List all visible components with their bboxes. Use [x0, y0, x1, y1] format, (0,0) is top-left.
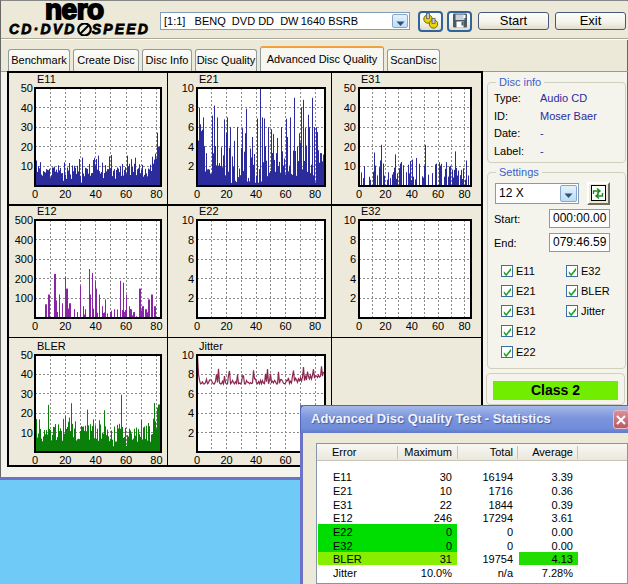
svg-text:40: 40 — [406, 188, 418, 200]
svg-text:4: 4 — [188, 141, 194, 153]
svg-text:E11: E11 — [37, 73, 56, 85]
svg-text:0: 0 — [194, 188, 200, 200]
svg-text:200: 200 — [15, 273, 33, 285]
svg-text:4: 4 — [188, 273, 194, 285]
svg-text:20: 20 — [21, 141, 33, 153]
svg-text:10: 10 — [182, 214, 194, 226]
svg-text:8: 8 — [188, 368, 194, 380]
svg-text:400: 400 — [15, 234, 33, 246]
svg-text:4: 4 — [188, 407, 194, 419]
svg-text:20: 20 — [220, 188, 232, 200]
svg-text:4: 4 — [350, 273, 356, 285]
svg-text:2: 2 — [350, 292, 356, 304]
svg-text:6: 6 — [188, 253, 194, 265]
svg-text:E31: E31 — [361, 73, 381, 85]
svg-text:20: 20 — [59, 454, 71, 466]
svg-text:0: 0 — [32, 454, 38, 466]
svg-text:8: 8 — [350, 234, 356, 246]
svg-text:0: 0 — [32, 188, 38, 200]
svg-text:80: 80 — [309, 188, 321, 200]
svg-text:10: 10 — [21, 427, 33, 439]
svg-text:40: 40 — [21, 368, 33, 380]
svg-text:100: 100 — [15, 292, 33, 304]
svg-text:10: 10 — [344, 160, 356, 172]
svg-text:40: 40 — [90, 320, 102, 332]
svg-text:30: 30 — [21, 388, 33, 400]
svg-text:60: 60 — [279, 320, 291, 332]
svg-text:6: 6 — [350, 253, 356, 265]
svg-text:20: 20 — [379, 188, 391, 200]
svg-text:80: 80 — [150, 454, 162, 466]
svg-text:80: 80 — [458, 320, 470, 332]
svg-text:0: 0 — [32, 320, 38, 332]
svg-text:40: 40 — [344, 102, 356, 114]
svg-text:0: 0 — [356, 320, 362, 332]
svg-text:20: 20 — [59, 188, 71, 200]
svg-text:E32: E32 — [361, 205, 381, 217]
svg-text:0: 0 — [194, 320, 200, 332]
svg-text:20: 20 — [344, 141, 356, 153]
svg-text:0: 0 — [356, 188, 362, 200]
svg-text:2: 2 — [188, 427, 194, 439]
svg-text:20: 20 — [379, 320, 391, 332]
svg-text:30: 30 — [344, 121, 356, 133]
svg-text:40: 40 — [90, 188, 102, 200]
svg-text:80: 80 — [150, 320, 162, 332]
svg-text:40: 40 — [21, 102, 33, 114]
svg-text:60: 60 — [279, 454, 291, 466]
svg-text:40: 40 — [250, 454, 262, 466]
svg-text:40: 40 — [250, 188, 262, 200]
svg-text:BLER: BLER — [37, 340, 66, 352]
svg-text:60: 60 — [120, 320, 132, 332]
svg-text:500: 500 — [15, 214, 33, 226]
svg-text:8: 8 — [188, 102, 194, 114]
svg-text:80: 80 — [150, 188, 162, 200]
svg-text:40: 40 — [90, 454, 102, 466]
svg-text:0: 0 — [194, 454, 200, 466]
svg-text:2: 2 — [188, 160, 194, 172]
svg-text:6: 6 — [188, 121, 194, 133]
svg-text:8: 8 — [188, 234, 194, 246]
svg-text:80: 80 — [309, 320, 321, 332]
svg-text:40: 40 — [250, 320, 262, 332]
svg-text:E12: E12 — [37, 205, 57, 217]
svg-text:10: 10 — [182, 82, 194, 94]
svg-text:20: 20 — [220, 454, 232, 466]
svg-text:10: 10 — [21, 160, 33, 172]
svg-text:2: 2 — [188, 292, 194, 304]
svg-text:60: 60 — [432, 320, 444, 332]
svg-text:10: 10 — [344, 214, 356, 226]
svg-text:30: 30 — [21, 121, 33, 133]
svg-text:40: 40 — [406, 320, 418, 332]
svg-text:E21: E21 — [199, 73, 219, 85]
svg-text:20: 20 — [21, 407, 33, 419]
svg-text:60: 60 — [120, 188, 132, 200]
svg-text:60: 60 — [120, 454, 132, 466]
svg-text:60: 60 — [279, 188, 291, 200]
svg-text:20: 20 — [59, 320, 71, 332]
svg-text:50: 50 — [21, 82, 33, 94]
svg-text:20: 20 — [220, 320, 232, 332]
svg-text:300: 300 — [15, 253, 33, 265]
svg-text:E22: E22 — [199, 205, 219, 217]
svg-text:6: 6 — [188, 388, 194, 400]
svg-text:50: 50 — [21, 349, 33, 361]
svg-text:80: 80 — [458, 188, 470, 200]
svg-text:10: 10 — [182, 349, 194, 361]
svg-text:60: 60 — [432, 188, 444, 200]
svg-text:50: 50 — [344, 82, 356, 94]
svg-text:Jitter: Jitter — [199, 340, 223, 352]
